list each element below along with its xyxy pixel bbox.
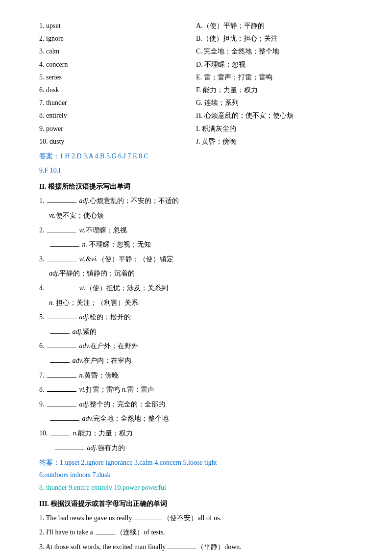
fill-item-5: 5. adj.松的；松开的 <box>39 311 363 324</box>
match-item-7: 7. thunder <box>39 97 196 109</box>
sentence-3: 3. At those soft words, the excited man … <box>39 541 363 554</box>
section3: III. 根据汉语提示或首字母写出正确的单词 1. The bad news h… <box>39 498 363 555</box>
blank-6b[interactable] <box>50 362 70 363</box>
blank-7[interactable] <box>47 377 76 378</box>
section3-header: III. 根据汉语提示或首字母写出正确的单词 <box>39 498 363 510</box>
pos-adv: adv. <box>73 357 84 364</box>
main-content: 1. upset 2. ignore 3. calm 4. concern 5.… <box>39 20 363 555</box>
blank-2b[interactable] <box>50 246 79 247</box>
fill-item-9b: adv.完全地；全然地；整个地 <box>49 412 363 426</box>
blank-5a[interactable] <box>47 319 76 319</box>
item-def: vt.不理睬；忽视 <box>79 227 127 234</box>
fill-item-2b: n. 不理睬；忽视；无知 <box>49 238 363 252</box>
answer-label: 答案：1.H 2.D 3.A 4.B 5.G 6.J 7.E 8.C <box>39 152 148 160</box>
item-number: 4. concern <box>39 61 68 68</box>
fill-item-10: 10. n.能力；力量；权力 <box>39 427 363 440</box>
item-def: vi.打雷；雷鸣 n.雷；雷声 <box>79 386 155 393</box>
fill-item-9: 9. adj.整个的；完全的；全部的 <box>39 398 363 411</box>
match-item-8: 8. entirely <box>39 109 196 122</box>
item-num: 7. <box>39 372 77 379</box>
blank-9a[interactable] <box>47 406 76 406</box>
match-item-1: 1. upset <box>39 20 196 32</box>
item-number: 3. calm <box>39 48 59 55</box>
match-right-column: A.（使）平静；平静的 B.（使）担忧；担心；关注 C. 完全地；全然地；整个地… <box>196 20 363 148</box>
item-def: n.能力；力量；权力 <box>73 429 133 437</box>
match-right-d: D. 不理睬；忽视 <box>196 58 363 71</box>
item-num: 5. <box>39 313 77 321</box>
match-right-f: F. 能力；力量；权力 <box>196 84 363 96</box>
match-item-3: 3. calm <box>39 45 196 57</box>
match-right-g: G. 连续；系列 <box>196 97 363 109</box>
item-number: 7. thunder <box>39 99 67 106</box>
item-num: 3. <box>39 255 77 263</box>
item-def: vt.（使）担忧；涉及；关系到 <box>79 284 169 292</box>
item-number: 1. upset <box>39 22 61 29</box>
match-right-h: H. 心烦意乱的；使不安；使心烦 <box>196 109 363 122</box>
blank-4[interactable] <box>47 290 76 290</box>
blank-8[interactable] <box>47 391 76 392</box>
fill-item-3b: adj.平静的；镇静的；沉着的 <box>49 267 363 280</box>
section2-answer: 答案：1.upset 2.ignore ignorance 3.calm 4.c… <box>39 456 363 494</box>
match-right-e: E. 雷；雷声；打雷；雷鸣 <box>196 71 363 83</box>
item-number: 5. series <box>39 74 62 81</box>
item-num: 6. <box>39 342 77 350</box>
item-number: 10. dusty <box>39 138 64 145</box>
item-number: 2. ignore <box>39 35 64 42</box>
section1-answer: 答案：1.H 2.D 3.A 4.B 5.G 6.J 7.E 8.C <box>39 150 363 162</box>
blank-5b[interactable] <box>50 333 70 334</box>
match-item-6: 6. dusk <box>39 84 196 96</box>
blank-10b[interactable] <box>55 450 84 450</box>
pos-n2: n. <box>49 299 54 306</box>
match-item-4: 4. concern <box>39 58 196 71</box>
blank-10a[interactable] <box>50 435 70 435</box>
answer2-label: 答案：1.upset 2.ignore ignorance 3.calm 4.c… <box>39 459 217 466</box>
fill-item-2: 2. vt.不理睬；忽视 <box>39 224 363 237</box>
fill-item-8: 8. vi.打雷；雷鸣 n.雷；雷声 <box>39 383 363 397</box>
pos-adj2: adj. <box>73 328 83 335</box>
match-right-a: A.（使）平静；平静的 <box>196 20 363 32</box>
pos-adj3: adj. <box>87 444 98 452</box>
blank-3[interactable] <box>47 261 76 261</box>
match-right-j: J. 黄昏；傍晚 <box>196 135 363 148</box>
match-item-5: 5. series <box>39 71 196 83</box>
item-def: adv.在户外；在野外 <box>79 342 139 350</box>
pos-n: n. <box>82 241 88 248</box>
blank-2[interactable] <box>47 232 76 232</box>
blank-6a[interactable] <box>47 348 76 348</box>
blank-s1[interactable] <box>133 520 162 520</box>
section2: II. 根据所给汉语提示写出单词 1. adj.心烦意乱的；不安的；不适的 vt… <box>39 180 363 493</box>
match-item-10: 10. dusty <box>39 135 196 148</box>
blank-s2[interactable] <box>96 534 115 534</box>
item-def: adj.整个的；完全的；全部的 <box>79 401 165 408</box>
section1-answer2: 9.F 10.I <box>39 164 363 177</box>
pos-vt: vt. <box>49 212 56 219</box>
item-number: 6. dusk <box>39 86 59 94</box>
fill-item-7: 7. n.黄昏；傍晚 <box>39 369 363 382</box>
item-num: 8. <box>39 386 77 393</box>
pos-adj: adj. <box>49 270 59 277</box>
item-num: 1. <box>39 197 77 204</box>
item-num: 2. <box>39 227 77 234</box>
fill-item-10b: adj.强有力的 <box>54 442 363 455</box>
pos-adv2: adv. <box>82 415 94 422</box>
fill-item-6: 6. adv.在户外；在野外 <box>39 340 363 353</box>
blank-1[interactable] <box>47 202 76 203</box>
fill-item-4: 4. vt.（使）担忧；涉及；关系到 <box>39 282 363 295</box>
answer2-line3: 8. thunder 9.entire entirely 10.power po… <box>39 484 166 491</box>
sentence-2: 2. I'll have to take a （连续）of tests. <box>39 526 363 539</box>
fill-item-6b: adv.在户内；在室内 <box>49 354 363 368</box>
match-item-9: 9. power <box>39 123 196 135</box>
blank-s3[interactable] <box>167 549 196 549</box>
match-left-column: 1. upset 2. ignore 3. calm 4. concern 5.… <box>39 20 196 148</box>
item-def: n.黄昏；傍晚 <box>79 372 119 379</box>
matching-section: 1. upset 2. ignore 3. calm 4. concern 5.… <box>39 20 363 148</box>
item-num: 4. <box>39 284 77 292</box>
fill-item-1b: vt.使不安；使心烦 <box>49 209 363 223</box>
item-pos: adj.心烦意乱的；不安的；不适的 <box>79 197 179 204</box>
match-right-c: C. 完全地；全然地；整个地 <box>196 45 363 57</box>
item-def: vt.&vi.（使）平静；（使）镇定 <box>79 255 173 263</box>
sentence-1: 1. The bad news he gave us really（使不安）al… <box>39 512 363 525</box>
blank-9b[interactable] <box>50 420 79 421</box>
item-def: adj.松的；松开的 <box>79 313 131 321</box>
fill-item-4b: n. 担心；关注；（利害）关系 <box>49 297 363 310</box>
